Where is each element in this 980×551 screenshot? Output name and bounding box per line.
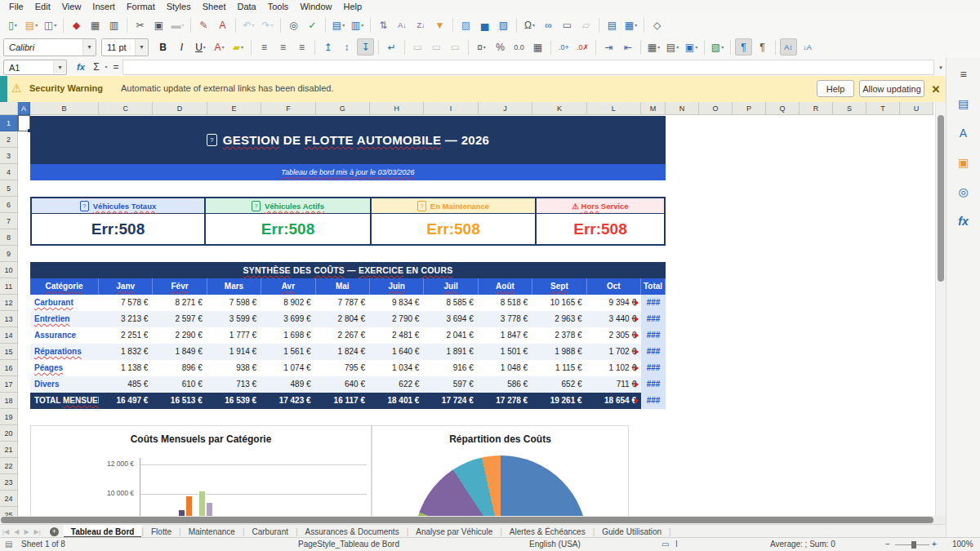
chevron-down-icon[interactable]: ▼: [53, 61, 66, 73]
table-cell[interactable]: 1 501 €: [479, 344, 532, 360]
column-label-catégorie[interactable]: Catégorie: [30, 278, 99, 295]
navigator-deck-icon[interactable]: ◎: [954, 184, 973, 200]
table-cell[interactable]: 2 804 €: [316, 311, 370, 327]
row-header-6[interactable]: 6: [0, 197, 18, 213]
table-cell[interactable]: 16 539 €: [207, 393, 261, 409]
table-cell[interactable]: 1 034 €: [370, 360, 424, 376]
chevron-down-icon[interactable]: ▾: [695, 44, 697, 50]
border-style-button[interactable]: ▤▾: [664, 38, 681, 56]
name-box[interactable]: A1 ▼: [3, 60, 67, 75]
total-row-label[interactable]: TOTAL MENSUEL: [30, 393, 99, 409]
align-bottom-button[interactable]: ↧: [357, 38, 374, 56]
table-cell[interactable]: 3 699 €: [261, 311, 315, 327]
table-cell[interactable]: 2 378 €: [532, 327, 586, 344]
row-header-12[interactable]: 12: [0, 295, 18, 311]
active-cell-a1[interactable]: [18, 115, 30, 131]
table-cell-total[interactable]: ###: [641, 360, 666, 376]
menu-item-insert[interactable]: Insert: [87, 0, 121, 14]
chevron-down-icon[interactable]: ▾: [532, 22, 535, 28]
table-cell[interactable]: 17 423 €: [261, 393, 315, 409]
table-cell[interactable]: 610 €: [153, 376, 207, 393]
open-button[interactable]: ▤▾: [23, 16, 40, 33]
row-header-4[interactable]: 4: [0, 164, 18, 180]
insert-hyperlink-button[interactable]: ∞: [540, 16, 557, 33]
table-cell[interactable]: 2 963 €: [532, 311, 586, 327]
column-header-O[interactable]: O: [699, 102, 733, 115]
column-label-sept[interactable]: Sept: [532, 278, 586, 295]
sheet-tab-flotte[interactable]: Flotte: [144, 525, 179, 538]
vertical-scrollbar-thumb[interactable]: [938, 115, 944, 282]
table-cell[interactable]: 1 115 €: [532, 360, 586, 376]
allow-updating-button[interactable]: Allow updating: [859, 80, 924, 97]
insert-row-button[interactable]: ▤▾: [330, 16, 347, 33]
paste-button[interactable]: ▬▾: [169, 16, 186, 33]
redo-button[interactable]: ↷▾: [259, 16, 276, 33]
row-header-22[interactable]: 22: [0, 458, 18, 474]
sheet-tab-assurances-documents[interactable]: Assurances & Documents: [298, 525, 407, 538]
functions-deck-icon[interactable]: fx: [954, 213, 973, 229]
table-cell[interactable]: 1 847 €: [479, 327, 532, 344]
menu-item-data[interactable]: Data: [231, 0, 261, 14]
insert-mode-icon[interactable]: I: [675, 540, 678, 549]
sidebar-menu-icon[interactable]: ≡: [954, 66, 973, 82]
print-preview-button[interactable]: ▥: [105, 16, 122, 33]
font-color-button[interactable]: A▾: [211, 38, 228, 56]
costs-table-title-cell[interactable]: SYNTHÈSE DES COÛTS — EXERCICE EN COURS: [30, 262, 666, 278]
insert-comment-button[interactable]: ▭: [559, 16, 576, 33]
print-button[interactable]: ▦: [87, 16, 104, 33]
chevron-down-icon[interactable]: ▾: [271, 22, 274, 28]
previous-sheet-icon[interactable]: ◀: [11, 528, 21, 535]
fill-handle[interactable]: [28, 129, 31, 132]
table-cell[interactable]: 640 €: [316, 376, 370, 393]
row-header-2[interactable]: 2: [0, 131, 18, 148]
percent-format-button[interactable]: %: [492, 38, 509, 56]
styles-deck-icon[interactable]: A: [954, 125, 973, 141]
date-format-button[interactable]: ▦: [529, 38, 546, 56]
expand-formula-bar-icon[interactable]: ▼: [936, 61, 946, 73]
table-cell[interactable]: 2 597 €: [153, 311, 207, 327]
table-cell[interactable]: 3 440 €: [587, 311, 641, 327]
column-header-U[interactable]: U: [900, 102, 933, 115]
delete-decimal-place-button[interactable]: .0✗: [574, 38, 591, 56]
insert-pivot-table-button[interactable]: ▧: [495, 16, 512, 33]
chevron-down-icon[interactable]: ▼: [135, 39, 148, 56]
table-cell[interactable]: 1 777 €: [207, 327, 261, 344]
table-cell[interactable]: 1 891 €: [424, 344, 478, 360]
find-replace-button[interactable]: ◎: [285, 16, 302, 33]
table-cell[interactable]: 1 702 €: [587, 344, 641, 360]
increase-indent-button[interactable]: ⇥: [600, 38, 617, 56]
column-header-J[interactable]: J: [479, 102, 532, 115]
table-cell[interactable]: 1 824 €: [316, 344, 370, 360]
table-cell[interactable]: 9 834 €: [370, 295, 424, 311]
row-header-9[interactable]: 9: [0, 246, 18, 262]
zoom-in-icon[interactable]: +: [932, 540, 937, 549]
table-cell[interactable]: 8 271 €: [153, 295, 207, 311]
sort-range-button[interactable]: A↕: [780, 38, 797, 56]
page-style-label[interactable]: PageStyle_Tableau de Bord: [298, 540, 399, 549]
table-cell[interactable]: 18 401 €: [370, 393, 424, 409]
kpi-card-vehicules-actifs[interactable]: ?Véhicules Actifs Err:508: [204, 197, 372, 246]
text-direction-right-to-left-button[interactable]: ¶: [754, 38, 771, 56]
menu-item-format[interactable]: Format: [121, 0, 161, 14]
align-right-button[interactable]: ≡: [293, 38, 310, 56]
menu-item-edit[interactable]: Edit: [29, 0, 56, 14]
vertical-scrollbar[interactable]: [935, 102, 946, 516]
selection-mode-icon[interactable]: ▭: [662, 540, 669, 549]
kpi-card-en-maintenance[interactable]: ?En Maintenance Err:508: [370, 197, 537, 246]
chevron-down-icon[interactable]: ▾: [35, 22, 38, 28]
add-decimal-place-button[interactable]: .0+: [555, 38, 572, 56]
zoom-level-label[interactable]: 100%: [952, 540, 973, 549]
table-cell[interactable]: 7 787 €: [316, 295, 370, 311]
gallery-deck-icon[interactable]: ▣: [954, 154, 973, 171]
table-cell[interactable]: 1 102 €: [587, 360, 641, 376]
row-header-16[interactable]: 16: [0, 360, 18, 376]
sheet-tab-tableau-de-bord[interactable]: Tableau de Bord: [64, 525, 142, 538]
borders-button[interactable]: ▦▾: [645, 38, 662, 56]
column-label-total[interactable]: Total: [641, 278, 666, 295]
align-left-button[interactable]: ≡: [256, 38, 273, 56]
menu-item-help[interactable]: Help: [338, 0, 368, 14]
column-header-I[interactable]: I: [424, 102, 478, 115]
table-cell-total[interactable]: ###: [641, 295, 666, 311]
column-label-août[interactable]: Août: [479, 278, 532, 295]
table-cell[interactable]: 8 902 €: [261, 295, 315, 311]
